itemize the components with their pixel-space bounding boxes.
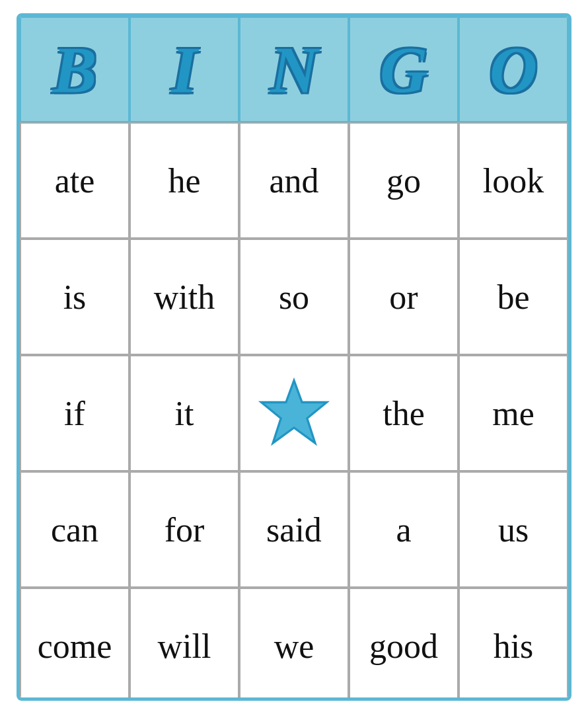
- cell-will[interactable]: will: [129, 588, 239, 701]
- word-we: we: [274, 627, 314, 666]
- cell-we[interactable]: we: [239, 588, 349, 701]
- cell-us[interactable]: us: [459, 471, 568, 588]
- cell-or[interactable]: or: [349, 239, 459, 355]
- svg-marker-0: [262, 381, 327, 444]
- cell-me[interactable]: me: [459, 355, 568, 471]
- cell-good[interactable]: good: [349, 588, 459, 701]
- word-come: come: [38, 627, 112, 666]
- word-a: a: [396, 510, 411, 549]
- header-cell-i: I: [129, 17, 239, 122]
- cell-if[interactable]: if: [20, 355, 129, 471]
- word-and: and: [269, 161, 318, 200]
- cell-ate[interactable]: ate: [20, 122, 129, 239]
- header-letter-o: O: [490, 32, 537, 108]
- word-is: is: [63, 278, 87, 317]
- star-icon: [258, 377, 330, 450]
- header-cell-b: B: [20, 17, 129, 122]
- word-go: go: [386, 161, 421, 200]
- cell-be[interactable]: be: [459, 239, 568, 355]
- header-letter-i: I: [172, 32, 198, 108]
- cell-free[interactable]: [239, 355, 349, 471]
- word-be: be: [497, 278, 529, 317]
- cell-the[interactable]: the: [349, 355, 459, 471]
- cell-with[interactable]: with: [129, 239, 239, 355]
- word-me: me: [492, 394, 534, 433]
- cell-and[interactable]: and: [239, 122, 349, 239]
- cell-said[interactable]: said: [239, 471, 349, 588]
- cell-for[interactable]: for: [129, 471, 239, 588]
- cell-go[interactable]: go: [349, 122, 459, 239]
- cell-his[interactable]: his: [459, 588, 568, 701]
- word-or: or: [389, 278, 418, 317]
- word-us: us: [498, 510, 529, 549]
- header-letter-n: N: [270, 32, 318, 108]
- header-letter-g: G: [380, 32, 427, 108]
- header-cell-n: N: [239, 17, 349, 122]
- cell-is[interactable]: is: [20, 239, 129, 355]
- cell-come[interactable]: come: [20, 588, 129, 701]
- word-for: for: [165, 510, 205, 549]
- word-he: he: [168, 161, 200, 200]
- header-cell-g: G: [349, 17, 459, 122]
- cell-look[interactable]: look: [459, 122, 568, 239]
- word-good: good: [369, 627, 438, 666]
- header-cell-o: O: [459, 17, 568, 122]
- cell-so[interactable]: so: [239, 239, 349, 355]
- word-so: so: [279, 278, 309, 317]
- cell-can[interactable]: can: [20, 471, 129, 588]
- cell-a[interactable]: a: [349, 471, 459, 588]
- word-the: the: [383, 394, 425, 433]
- word-can: can: [51, 510, 98, 549]
- header-letter-b: B: [53, 32, 97, 108]
- bingo-card: B I N G O ate he and go look: [17, 13, 571, 701]
- word-with: with: [154, 278, 215, 317]
- word-look: look: [483, 161, 544, 200]
- word-it: it: [175, 394, 194, 433]
- word-said: said: [266, 510, 322, 549]
- word-his: his: [494, 627, 534, 666]
- cell-he[interactable]: he: [129, 122, 239, 239]
- cell-it[interactable]: it: [129, 355, 239, 471]
- word-ate: ate: [55, 161, 95, 200]
- word-will: will: [158, 627, 211, 666]
- bingo-grid: B I N G O ate he and go look: [20, 17, 568, 697]
- word-if: if: [64, 394, 85, 433]
